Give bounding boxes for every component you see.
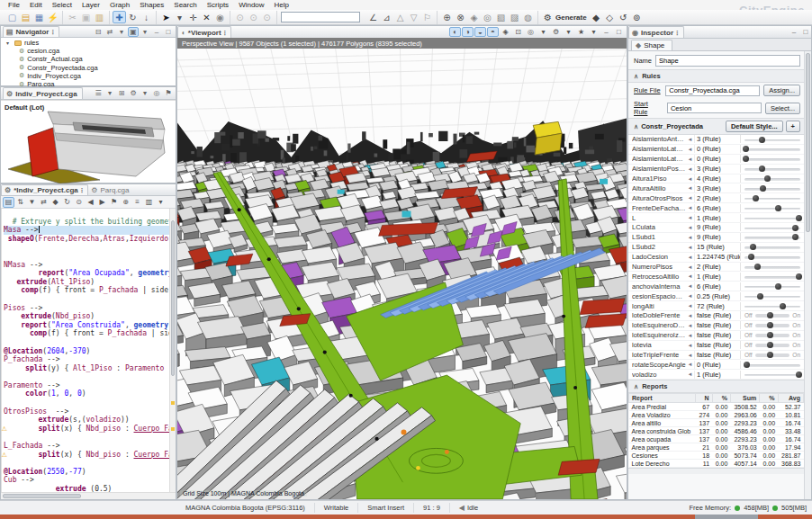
roof-icon[interactable]: ▨ [508, 11, 521, 23]
view-menu-icon[interactable]: ▾ [140, 27, 150, 37]
rule-source-icon[interactable]: ◄ [686, 323, 694, 328]
param-value[interactable]: 3 (Rule) [694, 165, 741, 173]
list-icon[interactable]: ≡ [131, 197, 143, 208]
code-line[interactable]: # Extruye y split the building geometry … [4, 218, 176, 227]
zoom-in-icon[interactable]: ⊙ [233, 11, 247, 23]
rule-source-icon[interactable]: ◄ [686, 215, 694, 220]
rule-source-icon[interactable]: ◄ [686, 371, 694, 377]
param-value[interactable]: 3 (Rule) [694, 135, 741, 143]
rule-preview-3d[interactable]: Default (Lot) [1, 100, 176, 183]
param-value[interactable]: 9 (Rule) [694, 233, 741, 241]
param-slider[interactable] [744, 145, 800, 154]
param-slider[interactable] [744, 174, 800, 183]
param-value[interactable]: false (Rule) [694, 321, 741, 329]
settings-dropdown-icon[interactable]: ▾ [563, 27, 574, 37]
minimize-icon[interactable]: – [600, 27, 612, 37]
tab-viewport[interactable]: ◖ *Viewport ⁝ [177, 26, 231, 38]
param-value[interactable]: 15 (Rule) [694, 243, 741, 251]
tree-item-constr_actual-cga[interactable]: ⚙Constr_Actual.cga [6, 55, 176, 63]
param-value[interactable]: 0.25 (Rule) [694, 292, 741, 300]
param-slider[interactable] [744, 165, 800, 174]
param-slider[interactable] [744, 213, 800, 222]
param-toggle[interactable]: OffOn [744, 352, 800, 358]
delete-icon[interactable]: ✕ [200, 11, 213, 23]
merge-icon[interactable]: ⊗ [454, 11, 467, 23]
param-slider[interactable] [744, 253, 800, 262]
maximize-icon[interactable]: □ [800, 27, 811, 37]
view-menu-glyph[interactable]: ⁝ [224, 29, 227, 37]
code-line[interactable] [4, 295, 176, 304]
copy-icon[interactable]: ▣ [79, 11, 93, 23]
cleanup-icon[interactable]: ◈ [467, 11, 481, 23]
menu-edit[interactable]: Edit [25, 1, 47, 9]
code-line[interactable]: color(1, 0, 0) [4, 389, 176, 398]
param-slider[interactable] [744, 291, 800, 300]
param-slider[interactable] [744, 203, 800, 212]
texture-icon[interactable]: ◎ [481, 11, 494, 23]
textured-view-icon[interactable]: ◒ [474, 27, 486, 37]
rule-source-icon[interactable]: ◄ [686, 362, 694, 367]
param-value[interactable]: 0 (Rule) [694, 155, 741, 163]
save-icon[interactable]: ▦ [32, 11, 46, 23]
code-line[interactable] [4, 209, 176, 218]
report-column-header[interactable]: N [696, 394, 712, 403]
detach-icon[interactable]: ⊞ [116, 88, 127, 98]
shaded-view-icon[interactable]: ◑ [462, 27, 474, 37]
rule-source-icon[interactable]: ◄ [686, 273, 694, 279]
param-value[interactable]: 9 (Rule) [694, 223, 741, 231]
snap-icon[interactable]: ◉ [213, 11, 227, 23]
menu-window[interactable]: Window [234, 1, 268, 9]
param-value[interactable]: 1 (Rule) [694, 273, 741, 281]
param-value[interactable]: 2 (Rule) [694, 263, 741, 271]
report-column-header[interactable]: % [760, 394, 778, 403]
rule-file-input[interactable] [665, 85, 760, 96]
code-line[interactable] [4, 243, 176, 252]
report-column-header[interactable]: % [712, 394, 730, 403]
rule-source-icon[interactable]: ◄ [686, 293, 694, 299]
facade-icon[interactable]: ▧ [494, 11, 508, 23]
tab-navigator[interactable]: ▤ Navigator ⁝ [3, 26, 59, 37]
tab-inspector[interactable]: ◉ Inspector ⁝ [628, 26, 684, 38]
rule-source-icon[interactable]: ◄ [686, 264, 694, 270]
minimize-icon[interactable]: – [789, 27, 799, 37]
param-value[interactable]: 6 (Rule) [694, 204, 741, 212]
generate-button[interactable]: Generate [555, 13, 587, 22]
code-line[interactable]: @Location(2550,-77) [4, 468, 176, 477]
maximize-icon[interactable]: □ [613, 27, 625, 37]
param-slider[interactable] [744, 155, 800, 164]
generate-icon[interactable]: ⚙ [541, 11, 555, 23]
code-line[interactable] [4, 338, 176, 347]
model-update-icon[interactable]: ◇ [603, 11, 617, 23]
start-rule-input[interactable] [667, 103, 762, 113]
new-icon[interactable]: ▢ [5, 11, 19, 23]
view-menu-glyph[interactable]: ⁝ [676, 29, 679, 37]
align-icon[interactable]: ⚐ [420, 11, 434, 23]
camera-dropdown-icon[interactable]: ▾ [537, 27, 549, 37]
code-line[interactable]: Paramento --> [4, 381, 176, 390]
code-line[interactable]: L_Fachada --> [4, 442, 176, 451]
settings-icon[interactable]: ⚙ [128, 88, 139, 98]
lock-icon[interactable]: ◆ [50, 197, 61, 208]
focus-icon[interactable]: ▣ [128, 27, 139, 37]
param-slider[interactable] [744, 183, 800, 192]
param-slider[interactable] [744, 263, 800, 272]
report-column-header[interactable]: Report [629, 394, 696, 403]
menu-scripts[interactable]: Scripts [203, 1, 233, 9]
inspector-vscrollbar[interactable] [804, 51, 811, 499]
rule-source-icon[interactable]: ◄ [686, 195, 694, 201]
zoom-fit-icon[interactable]: ⊙ [260, 11, 274, 23]
code-line[interactable]: extrude(Nbd_piso) [4, 312, 176, 321]
menu-icon[interactable]: ▾ [155, 197, 167, 208]
editor-hscrollbar[interactable] [1, 492, 176, 499]
rule-source-icon[interactable]: ◄ [686, 353, 694, 358]
move-tool-icon[interactable]: ✚ [113, 11, 126, 23]
param-value[interactable]: 3 (Rule) [694, 184, 741, 192]
param-slider[interactable] [744, 282, 800, 291]
minimize-icon[interactable]: – [151, 27, 162, 37]
link-editor-icon[interactable]: ⇄ [104, 27, 115, 37]
param-slider[interactable] [744, 233, 800, 242]
code-line[interactable]: comp(f) { front = P_fachada | side : L_ [4, 286, 176, 295]
frame-icon[interactable]: ⊡ [512, 27, 524, 37]
param-value[interactable]: false (Rule) [694, 331, 741, 339]
assign-button[interactable]: Assign... [763, 85, 800, 96]
